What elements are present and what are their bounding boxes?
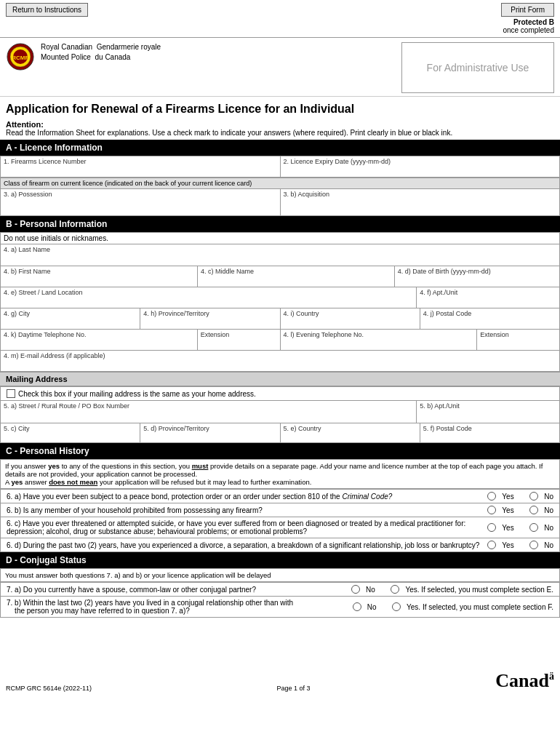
header: RCMP Royal Canadian Gendarmerie royale M… [0, 38, 560, 97]
mailing-address-body: Check this box if your mailing address i… [0, 386, 560, 443]
street-cell: 4. e) Street / Land Location [1, 287, 417, 308]
attention-label: Attention: [6, 120, 44, 129]
q6d-no-radio[interactable] [529, 541, 538, 549]
street-apt-row: 4. e) Street / Land Location 4. f) Apt./… [1, 287, 559, 308]
section-c-note: If you answer yes to any of the question… [1, 460, 559, 489]
attention-section: Attention: Read the Information Sheet fo… [0, 119, 560, 140]
footer-form-number: RCMP GRC 5614e (2022-11) [6, 685, 92, 692]
city-cell: 4. g) City [1, 308, 140, 329]
mailing-street-label: 5. a) Street / Rural Route / PO Box Numb… [4, 402, 413, 410]
q6a-no-radio[interactable] [529, 492, 538, 501]
q7a-no-label: No [366, 586, 375, 594]
last-name-label: 4. a) Last Name [4, 246, 556, 253]
province-label: 4. h) Province/Territory [143, 310, 276, 317]
header-left: RCMP Royal Canadian Gendarmerie royale M… [6, 42, 161, 93]
tel-row: 4. k) Daytime Telephone No. Extension 4.… [1, 330, 559, 351]
evening-tel-label: 4. l) Evening Telephone No. [284, 331, 474, 338]
expiry-date-label: 2. Licence Expiry Date (yyyy-mm-dd) [284, 158, 557, 165]
class-info-row: Class of firearm on current licence (ind… [1, 178, 559, 189]
dob-cell: 4. d) Date of Birth (yyyy-mm-dd) [395, 266, 559, 287]
city-row: 4. g) City 4. h) Province/Territory 4. i… [1, 308, 559, 330]
licence-number-label: 1. Firearms Licence Number [4, 158, 277, 165]
expiry-date-cell: 2. Licence Expiry Date (yyyy-mm-dd) [281, 156, 560, 177]
first-name-cell: 4. b) First Name [1, 266, 198, 287]
q6a-yes-radio[interactable] [487, 492, 496, 501]
top-bar: Return to Instructions Print Form Protec… [0, 0, 560, 38]
email-row: 4. m) E-mail Address (if applicable) [1, 351, 559, 371]
section-d-header: D - Conjugal Status [0, 552, 560, 568]
footer: RCMP GRC 5614e (2022-11) Page 1 of 3 Can… [0, 667, 560, 695]
mailing-apt-cell: 5. b) Apt./Unit [417, 401, 559, 423]
q7b-yes-radio[interactable] [392, 602, 401, 611]
mailing-city-label: 5. c) City [4, 425, 137, 432]
q6a-text: 6. a) Have you ever been subject to a pe… [7, 493, 487, 501]
q7b-no-radio[interactable] [353, 602, 361, 611]
q7a-yes-label: Yes. If selected, you must complete sect… [405, 586, 553, 594]
q6d-no-label: No [544, 541, 553, 549]
q7a-row: 7. a) Do you currently have a spouse, co… [1, 582, 559, 596]
middle-name-cell: 4. c) Middle Name [198, 266, 395, 287]
q6a-no-label: No [544, 493, 553, 501]
mailing-country-label: 5. e) Country [284, 425, 417, 432]
q6d-yes-radio[interactable] [487, 541, 496, 549]
q6b-yes-radio[interactable] [487, 506, 496, 514]
evening-tel-cell: 4. l) Evening Telephone No. [281, 330, 478, 350]
q7a-no-radio[interactable] [351, 585, 360, 594]
q6d-yes-label: Yes [502, 541, 513, 549]
q6a-options: Yes No [487, 492, 553, 501]
dob-label: 4. d) Date of Birth (yyyy-mm-dd) [398, 268, 556, 275]
class-info-text: Class of firearm on current licence (ind… [4, 180, 252, 187]
mailing-postal-cell: 5. f) Postal Code [420, 423, 559, 442]
mailing-same-label: Check this box if your mailing address i… [18, 390, 256, 398]
possession-row: 3. a) Possession 3. b) Acquisition [1, 189, 559, 215]
q6c-text: 6. c) Have you ever threatened or attemp… [7, 519, 487, 535]
section-c-body: If you answer yes to any of the question… [0, 459, 560, 552]
first-name-label: 4. b) First Name [4, 268, 194, 275]
mailing-checkbox-row: Check this box if your mailing address i… [1, 387, 559, 401]
province-cell: 4. h) Province/Territory [140, 308, 280, 329]
last-name-row: 4. a) Last Name [1, 244, 559, 266]
q7b-no-label: No [367, 603, 377, 611]
q7b-text: 7. b) Within the last two (2) years have… [7, 599, 353, 615]
admin-use-box: For Administrative Use [401, 42, 554, 93]
mailing-same-checkbox[interactable] [7, 389, 15, 398]
q6d-text: 6. d) During the past two (2) years, hav… [7, 541, 487, 549]
section-d-body: You must answer both questions 7. a) and… [0, 568, 560, 618]
spacer [0, 618, 560, 661]
city-label: 4. g) City [4, 310, 137, 317]
q7b-row: 7. b) Within the last two (2) years have… [1, 596, 559, 617]
daytime-ext-label: Extension [201, 331, 277, 338]
section-b-header: B - Personal Information [0, 216, 560, 232]
q6b-no-label: No [544, 506, 553, 514]
q6b-no-radio[interactable] [529, 506, 538, 514]
print-button[interactable]: Print Form [501, 3, 554, 17]
admin-use-text: For Administrative Use [427, 62, 529, 73]
q7a-text: 7. a) Do you currently have a spouse, co… [7, 586, 351, 594]
q6c-yes-radio[interactable] [487, 523, 496, 532]
mailing-province-label: 5. d) Province/Territory [143, 425, 276, 432]
rcmp-name: Royal Canadian Gendarmerie royale Mounte… [41, 42, 161, 63]
q6b-options: Yes No [487, 506, 553, 514]
q7a-options: No Yes. If selected, you must complete s… [351, 585, 553, 594]
q6b-row: 6. b) Is any member of your household pr… [1, 503, 559, 517]
street-label: 4. e) Street / Land Location [4, 289, 413, 296]
section-d-note: You must answer both questions 7. a) and… [1, 569, 559, 582]
q6c-no-radio[interactable] [529, 523, 538, 532]
possession-cell: 3. a) Possession [1, 189, 281, 215]
postal-cell: 4. j) Postal Code [420, 308, 559, 329]
apt-label: 4. f) Apt./Unit [420, 289, 556, 296]
form-title-section: Application for Renewal of a Firearms Li… [0, 97, 560, 119]
possession-label: 3. a) Possession [4, 191, 277, 198]
email-label: 4. m) E-mail Address (if applicable) [4, 352, 556, 359]
q6d-options: Yes No [487, 541, 553, 549]
daytime-ext-cell: Extension [198, 330, 281, 350]
mailing-country-cell: 5. e) Country [281, 423, 420, 442]
section-c-header: C - Personal History [0, 443, 560, 459]
q7b-options: No Yes. If selected, you must complete s… [353, 602, 553, 611]
q7a-yes-radio[interactable] [391, 585, 399, 594]
licence-number-cell: 1. Firearms Licence Number [1, 156, 281, 177]
return-button[interactable]: Return to Instructions [6, 3, 88, 17]
section-b-body: Do not use initials or nicknames. 4. a) … [0, 232, 560, 372]
no-initials-note: Do not use initials or nicknames. [1, 233, 559, 244]
q7b-yes-label: Yes. If selected, you must complete sect… [407, 603, 553, 611]
